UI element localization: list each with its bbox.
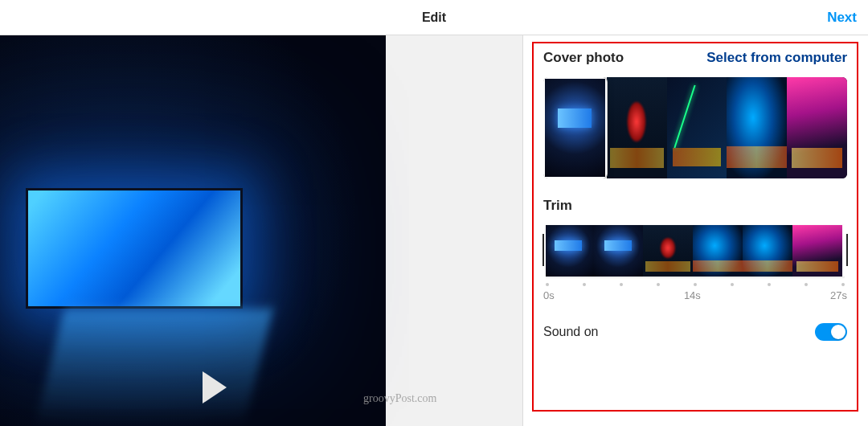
trim-mid-time: 14s (684, 289, 701, 301)
trim-handle-end[interactable] (845, 223, 850, 279)
sound-row: Sound on (543, 323, 847, 341)
video-frame-content (26, 188, 243, 309)
tick (657, 283, 660, 286)
trim-thumb[interactable] (643, 225, 693, 276)
annotation-highlight: Cover photo Select from computer Trim (532, 42, 858, 412)
toggle-knob (831, 325, 845, 339)
tick (546, 283, 549, 286)
cover-thumb-4[interactable] (787, 77, 847, 178)
trim-start-time: 0s (543, 289, 555, 301)
trim-thumb[interactable] (543, 225, 593, 276)
play-icon (190, 365, 235, 410)
trim-thumb[interactable] (693, 225, 743, 276)
trim-ticks: 0s 14s 27s (543, 283, 847, 301)
cover-thumb-3[interactable] (727, 77, 787, 178)
cover-thumb-0[interactable] (543, 77, 607, 178)
tick (694, 283, 697, 286)
sound-label: Sound on (543, 325, 599, 339)
play-button[interactable] (190, 365, 235, 410)
trim-thumb[interactable] (593, 225, 643, 276)
tick (731, 283, 734, 286)
trim-handle-start[interactable] (541, 223, 546, 279)
tick (768, 283, 771, 286)
settings-pane: Cover photo Select from computer Trim (522, 35, 868, 426)
tick (620, 283, 623, 286)
select-from-computer-link[interactable]: Select from computer (706, 50, 847, 66)
modal-header: Edit Next (0, 0, 868, 35)
next-button[interactable]: Next (827, 10, 857, 26)
video-preview[interactable] (0, 35, 386, 426)
trim-section: Trim (543, 198, 847, 301)
trim-timeline[interactable] (543, 225, 847, 276)
modal-body: groovyPost.com Cover photo Select from c… (0, 35, 868, 426)
cover-thumbnail-strip (543, 77, 847, 178)
cover-photo-header: Cover photo Select from computer (543, 50, 847, 66)
tick (583, 283, 586, 286)
video-frame-content (32, 309, 273, 426)
tick (805, 283, 808, 286)
cover-thumb-1[interactable] (607, 77, 667, 178)
modal-title: Edit (422, 10, 446, 25)
trim-thumb[interactable] (792, 225, 842, 276)
video-preview-pane: groovyPost.com (0, 35, 522, 426)
trim-end-time: 27s (830, 289, 847, 301)
trim-thumb[interactable] (743, 225, 792, 276)
trim-label: Trim (543, 198, 847, 214)
cover-thumb-2[interactable] (667, 77, 727, 178)
sound-toggle[interactable] (815, 323, 847, 341)
cover-photo-label: Cover photo (543, 50, 624, 66)
tick (841, 283, 845, 286)
